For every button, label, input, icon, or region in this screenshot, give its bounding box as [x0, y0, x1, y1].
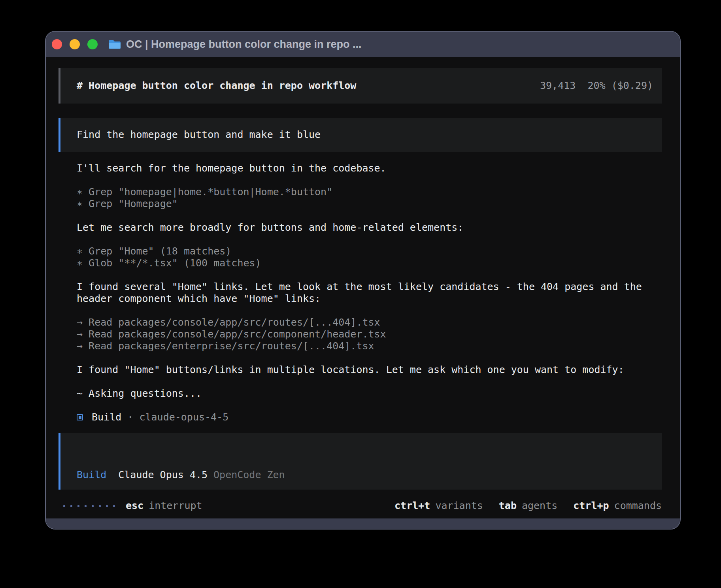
- spinner-dot: [92, 505, 94, 507]
- folder-icon: [108, 40, 121, 49]
- chat-line: ~ Asking questions...: [77, 388, 662, 400]
- spinner-dot: [85, 505, 87, 507]
- agent-name: Build: [92, 411, 121, 423]
- session-header: # Homepage button color change in repo w…: [59, 68, 662, 104]
- spinner-dot: [77, 505, 79, 507]
- terminal-window: OC | Homepage button color change in rep…: [45, 31, 681, 530]
- agent-model: claude-opus-4-5: [139, 411, 228, 423]
- prompt-input[interactable]: BuildClaude Opus 4.5OpenCode Zen: [59, 433, 662, 490]
- titlebar-title-group: OC | Homepage button color change in rep…: [108, 38, 362, 51]
- shortcut-agents: tab agents: [499, 500, 557, 512]
- key-esc: esc: [126, 500, 143, 512]
- statusbar: esc interrupt ctrl+t variants tab agents…: [59, 499, 662, 518]
- shortcut-variants: ctrl+t variants: [394, 500, 483, 512]
- chat-line: ∗ Grep "Home" (18 matches): [77, 245, 662, 257]
- user-message-text: Find the homepage button and make it blu…: [77, 129, 321, 141]
- session-cost: ($0.29): [612, 80, 653, 91]
- context-percent: 20%: [587, 80, 605, 91]
- token-count: 39,413: [540, 80, 576, 91]
- chat-line: header component which have "Home" links…: [77, 293, 662, 305]
- prompt-model[interactable]: Claude Opus 4.5: [118, 469, 208, 481]
- spinner-dot: [70, 505, 72, 507]
- assistant-output: I'll search for the homepage button in t…: [59, 162, 662, 400]
- chat-line: ∗ Grep "Homepage": [77, 198, 662, 210]
- key-ctrl-p: ctrl+p: [573, 500, 609, 512]
- spinner-dot: [106, 505, 108, 507]
- spinner-dot: [113, 505, 115, 507]
- progress-dots: [63, 505, 115, 507]
- traffic-lights: [52, 39, 98, 49]
- chat-line: → Read packages/enterprise/src/routes/[.…: [77, 340, 662, 352]
- chat-line: I found several "Home" links. Let me loo…: [77, 281, 662, 293]
- terminal-content: # Homepage button color change in repo w…: [46, 57, 680, 518]
- chat-line: → Read packages/console/app/src/componen…: [77, 328, 662, 340]
- chat-line: I'll search for the homepage button in t…: [77, 162, 662, 174]
- session-title: # Homepage button color change in repo w…: [77, 80, 356, 92]
- chat-line: ∗ Grep "homepage|home.*button|Home.*butt…: [77, 186, 662, 198]
- window-title: OC | Homepage button color change in rep…: [126, 38, 362, 51]
- chat-line: → Read packages/console/app/src/routes/[…: [77, 317, 662, 328]
- prompt-agent[interactable]: Build: [77, 469, 106, 481]
- session-stats: 39,413 20% ($0.29): [540, 80, 653, 92]
- spinner-dot: [99, 505, 101, 507]
- window-bottom-chrome: [46, 518, 680, 529]
- titlebar[interactable]: OC | Homepage button color change in rep…: [46, 32, 680, 57]
- spinner-dot: [63, 505, 65, 507]
- chat-line: Let me search more broadly for buttons a…: [77, 222, 662, 234]
- prompt-status-line: BuildClaude Opus 4.5OpenCode Zen: [77, 469, 285, 481]
- user-message: Find the homepage button and make it blu…: [59, 118, 662, 152]
- agent-build-icon: [77, 414, 83, 420]
- close-button[interactable]: [52, 39, 62, 49]
- agent-separator: ·: [121, 411, 139, 423]
- zoom-button[interactable]: [87, 39, 98, 49]
- key-ctrl-t: ctrl+t: [394, 500, 430, 512]
- agent-status-line: Build · claude-opus-4-5: [59, 411, 662, 424]
- shortcut-commands: ctrl+p commands: [573, 500, 662, 512]
- key-tab: tab: [499, 500, 517, 512]
- shortcut-hints: ctrl+t variants tab agents ctrl+p comman…: [394, 500, 662, 512]
- chat-line: ∗ Glob "**/*.tsx" (100 matches): [77, 257, 662, 269]
- chat-line: I found "Home" buttons/links in multiple…: [77, 364, 662, 376]
- prompt-provider: OpenCode Zen: [213, 469, 285, 481]
- shortcut-interrupt: esc interrupt: [126, 500, 202, 512]
- minimize-button[interactable]: [70, 39, 80, 49]
